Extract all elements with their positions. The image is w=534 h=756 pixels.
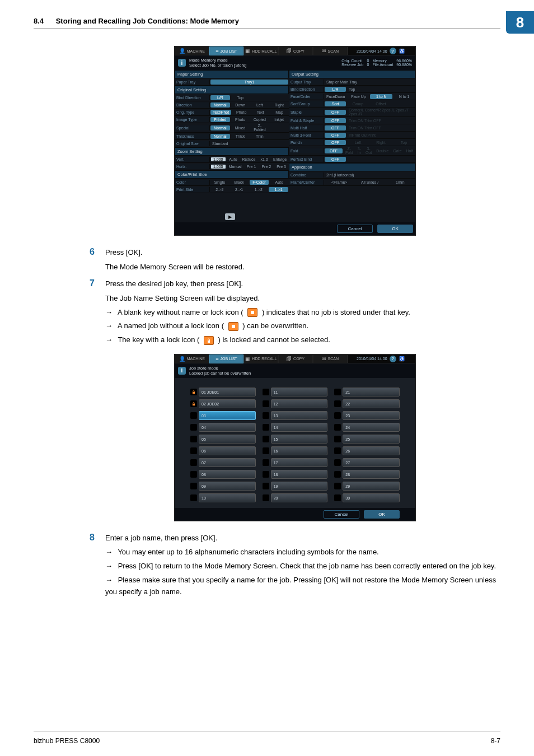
- bullet-arrow-icon: →: [105, 576, 113, 584]
- job-slot-27[interactable]: 27: [343, 458, 400, 467]
- tab-copy[interactable]: 🗐COPY: [278, 354, 313, 363]
- help-icon[interactable]: ?: [390, 356, 396, 362]
- mode-memory-screen: 👤MACHINE ≡JOB LIST ▣HDD RECALL 🗐COPY ✉SC…: [174, 46, 416, 236]
- step-8: 8 Enter a job name, then press [OK].: [90, 533, 500, 544]
- footer-divider: [34, 731, 500, 731]
- job-slot-22[interactable]: 22: [343, 399, 400, 408]
- tab-copy[interactable]: 🗐COPY: [278, 46, 313, 55]
- svg-rect-3: [193, 392, 195, 394]
- job-slot-17[interactable]: 17: [271, 458, 328, 467]
- job-slot-19[interactable]: 19: [271, 482, 328, 491]
- job-slot-21[interactable]: 21: [343, 388, 400, 396]
- step-8-a1: → You may enter up to 16 alphanumeric ch…: [105, 547, 500, 558]
- tab-hdd-recall[interactable]: ▣HDD RECALL: [243, 46, 278, 55]
- job-slot-18[interactable]: 18: [271, 470, 328, 479]
- hdr-paper: Paper Setting: [175, 70, 289, 78]
- job-slot-29[interactable]: 29: [343, 482, 400, 491]
- job-slot-28[interactable]: 28: [343, 470, 400, 479]
- info-text: Mode Memory mode Select Job No. or touch…: [189, 58, 341, 68]
- hdr-output: Output Setting: [289, 70, 415, 78]
- info-icon: i: [178, 59, 186, 67]
- footer-model: bizhub PRESS C8000: [34, 737, 100, 745]
- panel-body: Paper Setting Paper TrayTray1 Original S…: [175, 70, 415, 222]
- step-7-a1: → A blank key without name or lock icon …: [105, 307, 500, 319]
- step-6-sub: The Mode Memory Screen will be restored.: [105, 262, 500, 273]
- svg-rect-4: [193, 404, 195, 405]
- job-slot-16[interactable]: 16: [271, 446, 328, 455]
- svg-rect-1: [232, 325, 235, 328]
- section-title: Storing and Recalling Job Conditions: Mo…: [56, 17, 239, 25]
- info-icon: i: [178, 367, 186, 375]
- hdr-original: Original Setting: [175, 86, 289, 94]
- job-slot-25[interactable]: 25: [343, 435, 400, 444]
- bullet-arrow-icon: →: [105, 562, 113, 570]
- bullet-arrow-icon: →: [105, 335, 113, 344]
- step-7-sub1: The Job Name Setting Screen will be disp…: [105, 293, 500, 305]
- tab-datetime: 2010/04/04 14:00 ?♿: [348, 354, 415, 363]
- svg-rect-0: [251, 311, 254, 314]
- job-slot-07[interactable]: 07: [199, 458, 256, 467]
- job-slot-03[interactable]: 03: [199, 411, 256, 420]
- step-8-a2: → Press [OK] to return to the Mode Memor…: [105, 561, 500, 572]
- lock-key-icon: [204, 336, 214, 345]
- job-slot-01[interactable]: 01 JOB01: [199, 388, 256, 396]
- job-slot-13[interactable]: 13: [271, 411, 328, 420]
- tab-machine[interactable]: 👤MACHINE: [175, 354, 209, 363]
- header-divider: [34, 29, 500, 29]
- step-7: 7 Press the desired job key, then press …: [90, 278, 500, 290]
- job-slot-02[interactable]: 02 JOB02: [199, 399, 256, 408]
- header-left: 8.4 Storing and Recalling Job Conditions…: [34, 17, 239, 25]
- info-bar-2: i Job store mode Locked job cannot be ov…: [175, 363, 415, 378]
- job-slot-10[interactable]: 10: [199, 493, 256, 502]
- section-number: 8.4: [34, 17, 44, 25]
- tab-joblist[interactable]: ≡JOB LIST: [209, 46, 244, 55]
- right-col: Output Setting Output TrayStapler Main T…: [289, 70, 415, 222]
- ok-button[interactable]: OK: [377, 225, 413, 233]
- left-col: Paper Setting Paper TrayTray1 Original S…: [175, 70, 289, 222]
- access-icon[interactable]: ♿: [399, 356, 405, 362]
- info-text-2: Job store mode Locked job cannot be over…: [189, 366, 412, 376]
- job-slot-30[interactable]: 30: [343, 493, 400, 502]
- job-slot-08[interactable]: 08: [199, 470, 256, 479]
- job-slot-23[interactable]: 23: [343, 411, 400, 420]
- job-slot-15[interactable]: 15: [271, 435, 328, 444]
- job-slot-09[interactable]: 09: [199, 482, 256, 491]
- tab-hdd-recall[interactable]: ▣HDD RECALL: [243, 354, 278, 363]
- play-button[interactable]: ▶: [225, 213, 235, 220]
- screen2-bottom: Cancel OK: [175, 508, 415, 521]
- access-icon[interactable]: ♿: [399, 48, 405, 54]
- job-slot-26[interactable]: 26: [343, 446, 400, 455]
- cancel-button[interactable]: Cancel: [337, 225, 373, 233]
- job-slot-05[interactable]: 05: [199, 435, 256, 444]
- tab-machine[interactable]: 👤MACHINE: [175, 46, 209, 55]
- svg-rect-2: [208, 340, 210, 343]
- job-slot-24[interactable]: 24: [343, 423, 400, 432]
- page-footer: bizhub PRESS C8000 8-7: [0, 737, 534, 756]
- tab-scan[interactable]: ✉SCAN: [313, 46, 348, 55]
- tab-scan[interactable]: ✉SCAN: [313, 354, 348, 363]
- job-slot-06[interactable]: 06: [199, 446, 256, 455]
- info-bar: i Mode Memory mode Select Job No. or tou…: [175, 55, 415, 70]
- job-slots: 01 JOB01 11 21 02 JOB02 12 22 03 13 23 0…: [175, 378, 415, 508]
- job-slot-11[interactable]: 11: [271, 388, 328, 396]
- job-store-screen: 👤MACHINE ≡JOB LIST ▣HDD RECALL 🗐COPY ✉SC…: [174, 354, 416, 521]
- status-block: Orig. Count0Memory96.860% Reserve Job0Fi…: [341, 59, 412, 67]
- step-7-a2: → A named job without a lock icon ( ) ca…: [105, 320, 500, 332]
- page: 8.4 Storing and Recalling Job Conditions…: [0, 0, 534, 756]
- job-slot-20[interactable]: 20: [271, 493, 328, 502]
- chapter-badge: 8: [506, 11, 534, 34]
- step-7-a3: → The key with a lock icon ( ) is locked…: [105, 334, 500, 346]
- tab-datetime: 2010/04/04 14:00 ?♿: [348, 46, 415, 55]
- bullet-arrow-icon: →: [105, 321, 113, 330]
- lock-icon: [190, 400, 197, 407]
- named-key-icon: [228, 322, 238, 331]
- job-slot-04[interactable]: 04: [199, 423, 256, 432]
- job-slot-12[interactable]: 12: [271, 399, 328, 408]
- cancel-button[interactable]: Cancel: [324, 510, 359, 519]
- job-slot-14[interactable]: 14: [271, 423, 328, 432]
- help-icon[interactable]: ?: [390, 48, 396, 54]
- tab-joblist[interactable]: ≡JOB LIST: [209, 354, 244, 363]
- bullet-arrow-icon: →: [105, 308, 113, 316]
- ok-button[interactable]: OK: [364, 510, 400, 519]
- top-tabs-2: 👤MACHINE ≡JOB LIST ▣HDD RECALL 🗐COPY ✉SC…: [175, 354, 415, 363]
